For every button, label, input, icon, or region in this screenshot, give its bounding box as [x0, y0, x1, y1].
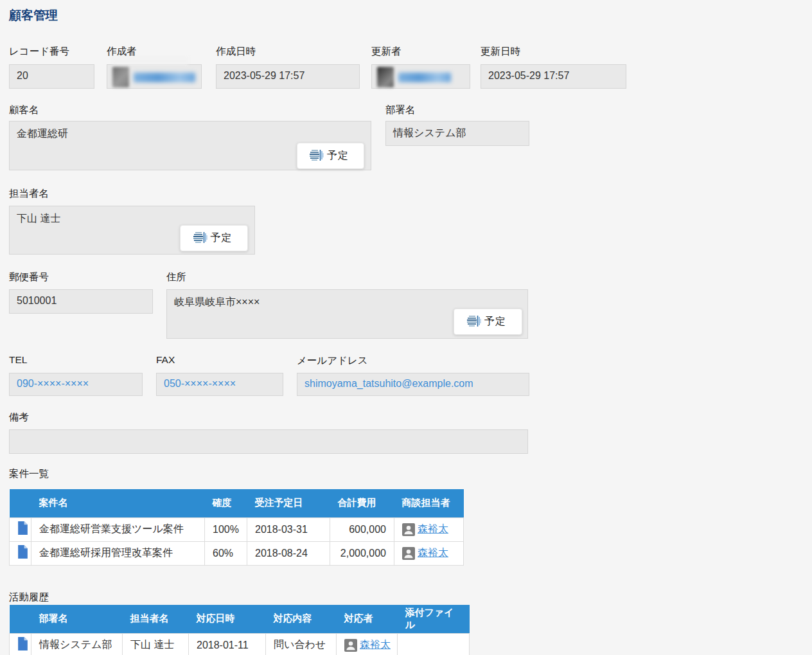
cases-header-total-cost: 合計費用: [330, 489, 394, 517]
cases-header-sales-rep: 商談担当者: [394, 489, 464, 517]
updater-avatar-redacted: [377, 67, 394, 87]
case-name-cell: 金都運総研採用管理改革案件: [31, 541, 205, 565]
activity-content-cell: 問い合わせ: [266, 633, 337, 655]
activities-table-label: 活動履歴: [9, 591, 49, 604]
department-field: 情報システム部: [385, 121, 529, 146]
address-value: 岐阜県岐阜市××××: [174, 296, 520, 309]
cases-header-probability: 確度: [205, 489, 247, 517]
activities-header-content: 対応内容: [266, 605, 337, 633]
activities-header-department: 部署名: [31, 605, 123, 633]
sales-rep-cell: 森裕太: [394, 541, 464, 565]
tel-label: TEL: [9, 354, 27, 366]
customer-name-field: 金都運総研 予定: [9, 121, 371, 170]
zip-field: 5010001: [9, 289, 153, 314]
table-row: 情報システム部 下山 達士 2018-01-11 問い合わせ 森裕太: [10, 633, 470, 655]
zip-label: 郵便番号: [9, 271, 49, 284]
contact-name-field: 下山 達士 予定: [9, 206, 255, 255]
tel-link[interactable]: 090-××××-××××: [17, 378, 135, 390]
cases-table: 案件名 確度 受注予定日 合計費用 商談担当者 金都運総研営業支援ツール案件 1…: [9, 489, 464, 566]
updater-redacted-user: [377, 67, 464, 87]
remarks-field: [9, 429, 528, 454]
activity-department-cell: 情報システム部: [31, 633, 123, 655]
activities-header-contact: 担当者名: [123, 605, 189, 633]
creator-field: [107, 64, 202, 89]
activities-header-icon-spacer: [10, 605, 31, 633]
probability-cell: 100%: [205, 517, 247, 541]
cases-header-row: 案件名 確度 受注予定日 合計費用 商談担当者: [10, 489, 464, 517]
sales-rep-link[interactable]: 森裕太: [418, 523, 448, 536]
address-field: 岐阜県岐阜市×××× 予定: [166, 289, 528, 339]
schedule-icon: [466, 312, 482, 332]
updater-field: [371, 64, 470, 89]
customer-schedule-button[interactable]: 予定: [297, 143, 364, 169]
created-at-value: 2023-05-29 17:57: [224, 70, 352, 82]
activities-header-date: 対応日時: [189, 605, 266, 633]
probability-cell: 60%: [205, 541, 247, 565]
updated-at-label: 更新日時: [481, 45, 520, 58]
creator-redacted-user: [112, 67, 196, 87]
zip-value: 5010001: [17, 295, 145, 307]
customer-record-page: 顧客管理 レコード番号 20 作成者 作成日時 2023-05-29 17:57…: [0, 0, 812, 655]
creator-label: 作成者: [107, 45, 137, 58]
contact-name-label: 担当者名: [9, 187, 49, 201]
activity-date-cell: 2018-01-11: [189, 633, 266, 655]
email-label: メールアドレス: [297, 354, 368, 368]
cases-header-name: 案件名: [31, 489, 205, 517]
table-row: 金都運総研営業支援ツール案件 100% 2018-03-31 600,000 森…: [10, 517, 464, 541]
document-icon[interactable]: [17, 521, 28, 537]
total-cost-cell: 600,000: [330, 517, 394, 541]
case-name-cell: 金都運総研営業支援ツール案件: [31, 517, 205, 541]
user-avatar-icon: [344, 639, 357, 652]
activities-header-responder: 対応者: [337, 605, 398, 633]
schedule-button-label: 予定: [327, 149, 349, 163]
activity-attachment-cell: [398, 633, 470, 655]
department-value: 情報システム部: [393, 127, 522, 140]
activities-table: 部署名 担当者名 対応日時 対応内容 対応者 添付ファイル 情報システム部 下山…: [9, 605, 470, 655]
table-row: 金都運総研採用管理改革案件 60% 2018-08-24 2,000,000 森…: [10, 541, 464, 565]
activity-responder-cell: 森裕太: [337, 633, 398, 655]
document-icon[interactable]: [17, 545, 28, 561]
email-link[interactable]: shimoyama_tatsuhito@example.com: [304, 378, 522, 390]
creator-avatar-redacted: [112, 67, 129, 87]
created-at-field: 2023-05-29 17:57: [216, 64, 360, 89]
customer-name-label: 顧客名: [9, 103, 39, 117]
contact-name-value: 下山 達士: [17, 212, 247, 226]
user-avatar-icon: [402, 523, 415, 536]
fax-field: 050-××××-××××: [156, 373, 283, 396]
tel-field: 090-××××-××××: [9, 373, 143, 396]
record-link-cell[interactable]: [10, 517, 31, 541]
record-number-label: レコード番号: [9, 45, 69, 58]
contact-schedule-button[interactable]: 予定: [180, 225, 248, 251]
sales-rep-link[interactable]: 森裕太: [418, 546, 448, 560]
activities-header-attachment: 添付ファイル: [398, 605, 470, 633]
customer-name-value: 金都運総研: [17, 127, 364, 141]
fax-label: FAX: [156, 354, 175, 366]
cases-table-label: 案件一覧: [9, 467, 49, 481]
record-link-cell[interactable]: [10, 633, 31, 655]
created-at-label: 作成日時: [216, 45, 256, 58]
record-number-field: 20: [9, 64, 94, 89]
blur-smear: [112, 57, 188, 65]
cases-header-order-date: 受注予定日: [247, 489, 330, 517]
updated-at-field: 2023-05-29 17:57: [481, 64, 626, 89]
fax-link[interactable]: 050-××××-××××: [164, 378, 276, 390]
schedule-icon: [308, 147, 325, 166]
cases-header-icon-spacer: [10, 489, 31, 517]
address-label: 住所: [166, 271, 186, 284]
order-date-cell: 2018-03-31: [247, 517, 330, 541]
responder-link[interactable]: 森裕太: [360, 638, 391, 652]
updated-at-value: 2023-05-29 17:57: [488, 70, 619, 82]
order-date-cell: 2018-08-24: [247, 541, 330, 565]
record-link-cell[interactable]: [10, 541, 31, 565]
total-cost-cell: 2,000,000: [330, 541, 394, 565]
address-schedule-button[interactable]: 予定: [454, 309, 522, 335]
updater-name-redacted: [398, 73, 451, 82]
activity-contact-cell: 下山 達士: [123, 633, 189, 655]
schedule-icon: [192, 229, 209, 248]
record-number-value: 20: [17, 70, 87, 82]
remarks-label: 備考: [9, 411, 29, 424]
schedule-button-label: 予定: [211, 231, 233, 245]
user-avatar-icon: [402, 547, 415, 560]
page-title: 顧客管理: [9, 7, 58, 24]
document-icon[interactable]: [17, 637, 28, 653]
